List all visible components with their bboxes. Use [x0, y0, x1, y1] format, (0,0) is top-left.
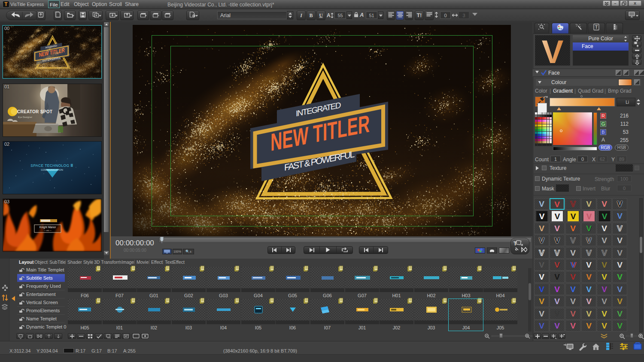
- svg-text:Eye Designer: Eye Designer: [18, 116, 32, 118]
- svg-text:T: T: [595, 25, 598, 30]
- svg-text:COMMUNICATION: COMMUNICATION: [41, 169, 63, 171]
- svg-text:CREATOR SPOT: CREATOR SPOT: [17, 109, 52, 114]
- svg-text:V: V: [542, 37, 564, 64]
- svg-text:Knight Manor: Knight Manor: [39, 226, 56, 229]
- svg-text:— est —: — est —: [44, 229, 52, 232]
- svg-text:SPACE TECHNOLOG Ⅲ: SPACE TECHNOLOG Ⅲ: [30, 163, 73, 168]
